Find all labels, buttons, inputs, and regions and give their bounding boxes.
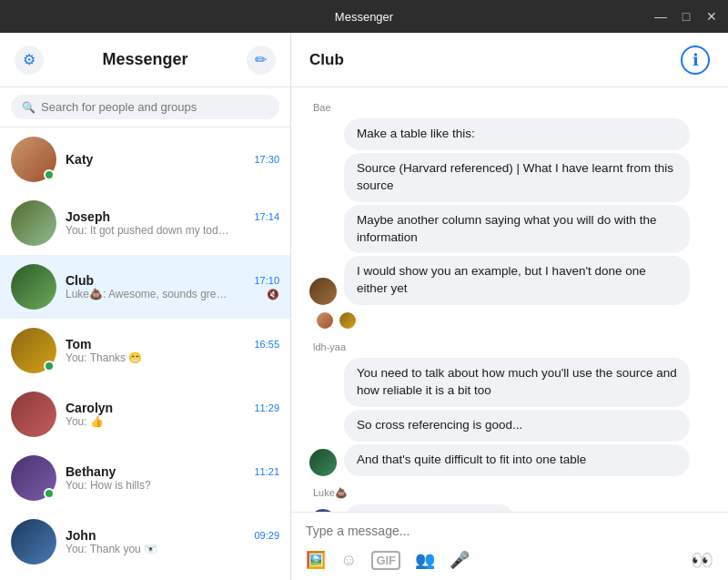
message-sender-avatar: [309, 449, 337, 476]
photo-icon[interactable]: 🖼️: [306, 550, 326, 570]
title-bar: Messenger — □ ✕: [0, 0, 728, 33]
sidebar-header: ⚙ Messenger ✏: [0, 33, 290, 87]
audio-icon[interactable]: 🎤: [450, 550, 470, 570]
chat-title: Club: [309, 51, 344, 69]
conv-name: Tom: [66, 337, 92, 351]
conv-info-tom: Tom16:55You: Thanks 😁: [66, 337, 279, 364]
conv-time: 09:29: [254, 530, 279, 541]
message-bubble: I would show you an example, but I haven…: [344, 256, 690, 305]
message-bubble-wrap: Awesome, sounds great !!!: [309, 504, 710, 512]
conv-info-john: John09:29You: Thank you 🐻‍❄️: [66, 528, 279, 555]
conv-name: John: [66, 528, 96, 543]
conv-name-row: John09:29: [66, 528, 279, 543]
message-bubbles: You need to talk about how much you'll u…: [344, 358, 690, 476]
message-sender-name: Bae: [309, 102, 710, 113]
search-icon: 🔍: [22, 101, 35, 114]
avatar-wrap-tom: [11, 328, 56, 373]
message-sender-avatar: [309, 278, 337, 305]
message-bubbles: Awesome, sounds great !!!: [344, 504, 515, 512]
conversation-item-john[interactable]: John09:29You: Thank you 🐻‍❄️: [0, 510, 290, 574]
avatar-john: [11, 519, 56, 565]
window-controls: — □ ✕: [652, 7, 721, 25]
message-bubble: Awesome, sounds great !!!: [344, 504, 515, 512]
avatar-wrap-carolyn: [11, 392, 56, 437]
message-bubble: Maybe another column saying what you wil…: [344, 205, 690, 254]
conv-name-row: Joseph17:14: [66, 209, 279, 224]
conv-info-bethany: Bethany11:21You: How is hills?: [66, 464, 279, 492]
settings-button[interactable]: ⚙: [15, 46, 44, 75]
settings-icon: ⚙: [23, 51, 35, 68]
conv-preview: You: Thanks 😁: [66, 351, 229, 364]
info-button[interactable]: ℹ: [681, 46, 710, 75]
conv-name: Club: [66, 273, 94, 288]
conv-time: 11:21: [254, 466, 279, 477]
conv-name: Carolyn: [66, 401, 113, 415]
maximize-button[interactable]: □: [677, 7, 695, 25]
message-bubble-wrap: Make a table like this:Source (Harvard r…: [309, 118, 710, 305]
conv-time: 16:55: [254, 339, 279, 350]
chat-input-area: 🖼️ ☺ GIF 👥 🎤 👀: [291, 512, 728, 580]
close-button[interactable]: ✕: [703, 7, 721, 25]
conv-preview: You: 👍: [66, 415, 229, 428]
avatar-club: [11, 264, 56, 310]
sidebar: ⚙ Messenger ✏ 🔍 Katy17:30Joseph17:14You:…: [0, 33, 291, 580]
conv-info-club: Club17:10Luke💩: Awesome, sounds great !!…: [66, 273, 279, 300]
conversation-item-carolyn[interactable]: Carolyn11:29You: 👍: [0, 382, 290, 446]
conv-name-row: Club17:10: [66, 273, 279, 288]
chat-messages: BaeMake a table like this:Source (Harvar…: [291, 87, 728, 512]
avatar-wrap-bethany: [11, 455, 56, 501]
online-badge: [44, 361, 55, 371]
chat-header: Club ℹ: [291, 33, 728, 87]
message-group: BaeMake a table like this:Source (Harvar…: [309, 102, 710, 331]
chat-panel: Club ℹ BaeMake a table like this:Source …: [291, 33, 728, 580]
gif-icon[interactable]: GIF: [371, 551, 400, 570]
avatar-wrap-katy: [11, 137, 56, 182]
message-bubbles: Make a table like this:Source (Harvard r…: [344, 118, 690, 305]
sidebar-title: Messenger: [102, 50, 187, 69]
emoji-icon[interactable]: ☺: [340, 551, 357, 570]
muted-icon: 🔇: [267, 289, 279, 300]
message-group: Luke💩Awesome, sounds great !!!: [309, 487, 710, 512]
conv-name-row: Tom16:55: [66, 337, 279, 351]
chat-input-row: [306, 520, 713, 542]
conversation-item-tom[interactable]: Tom16:55You: Thanks 😁: [0, 319, 290, 382]
conv-name: Bethany: [66, 464, 116, 479]
message-sender-name: Luke💩: [309, 487, 710, 499]
message-bubble: Make a table like this:: [344, 118, 690, 150]
message-bubble: And that's quite difficult to fit into o…: [344, 444, 690, 476]
conversation-item-club[interactable]: Club17:10Luke💩: Awesome, sounds great !!…: [0, 255, 290, 319]
search-input[interactable]: [41, 100, 268, 114]
compose-icon: ✏: [255, 51, 267, 68]
avatar-wrap-club: [11, 264, 56, 310]
reactions-row: [309, 310, 710, 331]
conv-name-row: Carolyn11:29: [66, 401, 279, 415]
conversation-item-bethany[interactable]: Bethany11:21You: How is hills?: [0, 446, 290, 510]
search-input-wrap: 🔍: [11, 95, 279, 119]
conversation-list: Katy17:30Joseph17:14You: It got pushed d…: [0, 127, 290, 580]
conv-preview: Luke💩: Awesome, sounds great !!!: [66, 288, 229, 300]
stickers-icon[interactable]: 👥: [415, 550, 435, 570]
conv-time: 11:29: [254, 402, 279, 413]
conv-meta-row: Luke💩: Awesome, sounds great !!!🔇: [66, 288, 279, 300]
message-bubble: You need to talk about how much you'll u…: [344, 358, 690, 407]
minimize-button[interactable]: —: [652, 7, 670, 25]
conv-info-carolyn: Carolyn11:29You: 👍: [66, 401, 279, 428]
conv-time: 17:30: [254, 154, 279, 165]
message-sender-name: ldh-yaa: [309, 341, 710, 352]
conversation-item-katy[interactable]: Katy17:30: [0, 127, 290, 191]
conv-preview: You: Thank you 🐻‍❄️: [66, 543, 229, 555]
reaction-avatar: [315, 310, 335, 331]
conv-name: Joseph: [66, 209, 110, 224]
new-message-button[interactable]: ✏: [247, 46, 276, 75]
conv-name-row: Bethany11:21: [66, 464, 279, 479]
conv-name: Katy: [66, 152, 93, 167]
like-button[interactable]: 👀: [691, 549, 713, 571]
conversation-item-joseph[interactable]: Joseph17:14You: It got pushed down my to…: [0, 191, 290, 255]
online-badge: [44, 169, 55, 180]
message-bubble: So cross referencing is good...: [344, 410, 690, 442]
message-input[interactable]: [306, 520, 713, 542]
online-badge: [44, 488, 55, 499]
conv-time: 17:10: [254, 275, 279, 286]
conv-info-joseph: Joseph17:14You: It got pushed down my to…: [66, 209, 279, 237]
app-body: ⚙ Messenger ✏ 🔍 Katy17:30Joseph17:14You:…: [0, 33, 728, 580]
